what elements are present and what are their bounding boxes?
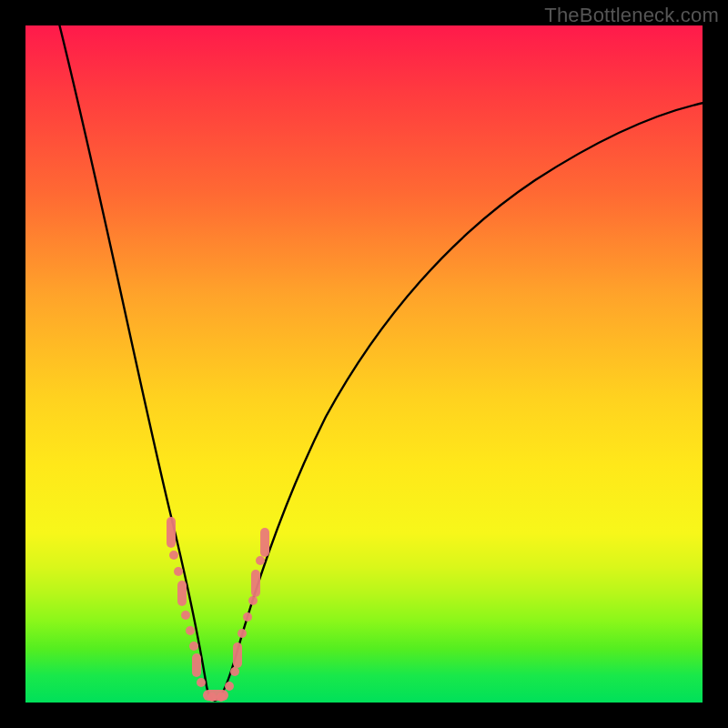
plot-area [25,25,703,703]
watermark-text: TheBottleneck.com [544,4,719,27]
svg-point-1 [169,551,178,560]
svg-rect-7 [192,653,201,677]
svg-point-5 [186,626,195,635]
svg-point-10 [207,693,217,702]
bottleneck-curve [57,16,703,701]
svg-point-17 [248,596,258,605]
svg-point-4 [181,611,190,620]
svg-point-11 [217,693,226,702]
svg-rect-3 [177,581,187,606]
svg-point-13 [230,667,239,676]
svg-rect-14 [233,642,242,668]
svg-point-19 [256,556,265,565]
svg-point-2 [174,567,183,576]
svg-rect-0 [167,517,176,548]
svg-point-16 [243,612,252,622]
outer-frame: TheBottleneck.com [0,0,728,728]
svg-point-6 [189,642,198,651]
marker-cluster [167,517,269,702]
svg-point-12 [225,682,234,691]
svg-rect-20 [260,528,269,557]
svg-point-8 [197,678,206,687]
curve-layer [25,25,703,703]
svg-rect-18 [251,570,260,597]
svg-point-15 [238,629,247,638]
